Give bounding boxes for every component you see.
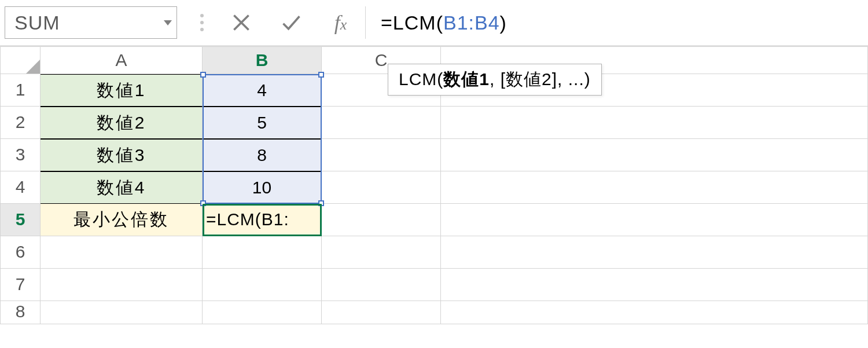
cell-A7[interactable] <box>41 269 203 301</box>
cell-C8[interactable] <box>322 301 441 324</box>
formula-bar-grip-icon <box>200 14 204 31</box>
cell-A4[interactable]: 数値4 <box>41 171 203 204</box>
cell-B5[interactable]: =LCM(B1: <box>203 204 322 236</box>
tooltip-rest: , [数値2], ...) <box>490 69 591 89</box>
cell-rest-4[interactable] <box>441 171 868 204</box>
select-all-triangle-icon <box>26 60 40 74</box>
fx-button[interactable]: fx <box>316 6 366 39</box>
cell-A2[interactable]: 数値2 <box>41 107 203 139</box>
row-header-4[interactable]: 4 <box>0 171 41 204</box>
cell-rest-7[interactable] <box>441 269 868 301</box>
cell-A3[interactable]: 数値3 <box>41 139 203 171</box>
cell-C7[interactable] <box>322 269 441 301</box>
row-header-2[interactable]: 2 <box>0 107 41 139</box>
cell-C2[interactable] <box>322 107 441 139</box>
function-tooltip: LCM(数値1, [数値2], ...) <box>388 64 602 96</box>
cell-B7[interactable] <box>203 269 322 301</box>
formula-bar: SUM fx =LCM(B1:B4) <box>0 0 868 45</box>
cancel-button[interactable] <box>216 6 266 39</box>
tooltip-fn: LCM( <box>399 69 443 89</box>
row-header-3[interactable]: 3 <box>0 139 41 171</box>
cell-B2[interactable]: 5 <box>203 107 322 139</box>
row-header-6[interactable]: 6 <box>0 236 41 269</box>
name-box-dropdown-icon[interactable] <box>164 20 172 25</box>
formula-suffix: ) <box>500 12 507 34</box>
cell-C5[interactable] <box>322 204 441 236</box>
row-header-8[interactable]: 8 <box>0 301 41 324</box>
tooltip-arg1: 数値1 <box>443 69 490 89</box>
cell-A6[interactable] <box>41 236 203 269</box>
cell-B1[interactable]: 4 <box>203 74 322 107</box>
cell-C3[interactable] <box>322 139 441 171</box>
cell-A5[interactable]: 最小公倍数 <box>41 204 203 236</box>
formula-prefix: =LCM( <box>381 12 443 34</box>
cell-C4[interactable] <box>322 171 441 204</box>
column-header-B[interactable]: B <box>203 46 322 74</box>
cell-B4[interactable]: 10 <box>203 171 322 204</box>
x-icon <box>231 12 252 33</box>
row-header-1[interactable]: 1 <box>0 74 41 107</box>
cell-rest-2[interactable] <box>441 107 868 139</box>
row-header-5[interactable]: 5 <box>0 204 41 236</box>
cell-A8[interactable] <box>41 301 203 324</box>
name-box[interactable]: SUM <box>5 6 177 39</box>
formula-reference: B1:B4 <box>443 12 500 34</box>
cell-rest-8[interactable] <box>441 301 868 324</box>
select-all-corner[interactable] <box>0 46 41 74</box>
cell-rest-3[interactable] <box>441 139 868 171</box>
spreadsheet-grid[interactable]: A B C 1 数値1 4 2 数値2 5 3 数値3 8 4 数値4 10 5… <box>0 46 868 324</box>
cell-C6[interactable] <box>322 236 441 269</box>
row-header-7[interactable]: 7 <box>0 269 41 301</box>
name-box-value: SUM <box>14 12 164 34</box>
cell-B3[interactable]: 8 <box>203 139 322 171</box>
cell-rest-6[interactable] <box>441 236 868 269</box>
cell-A1[interactable]: 数値1 <box>41 74 203 107</box>
cell-rest-5[interactable] <box>441 204 868 236</box>
column-header-A[interactable]: A <box>41 46 203 74</box>
check-icon <box>281 12 301 33</box>
cell-B6[interactable] <box>203 236 322 269</box>
enter-button[interactable] <box>266 6 316 39</box>
formula-input[interactable]: =LCM(B1:B4) <box>366 6 863 39</box>
cell-B8[interactable] <box>203 301 322 324</box>
